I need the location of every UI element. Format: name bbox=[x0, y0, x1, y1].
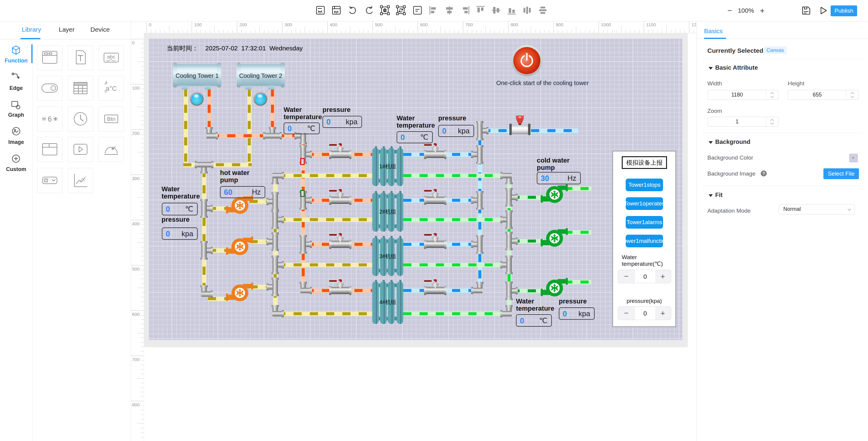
svg-text:a°C: a°C bbox=[106, 85, 117, 92]
svg-text:6: 6 bbox=[48, 115, 52, 123]
svg-text:Btn: Btn bbox=[107, 116, 116, 122]
svg-text:abc: abc bbox=[107, 54, 116, 60]
svg-text:T: T bbox=[45, 179, 47, 182]
